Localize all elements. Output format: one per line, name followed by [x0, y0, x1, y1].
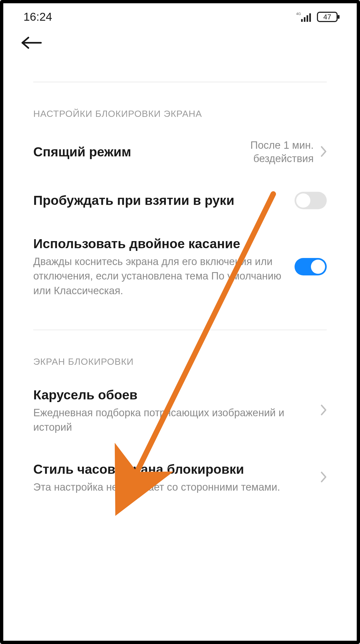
- row-double-tap-title: Использовать двойное касание: [33, 235, 289, 252]
- chevron-right-icon: [321, 472, 327, 484]
- toolbar: [3, 26, 357, 62]
- section-header-lock-screen: ЭКРАН БЛОКИРОВКИ: [33, 330, 327, 373]
- svg-rect-1: [301, 19, 303, 22]
- chevron-right-icon: [321, 146, 327, 158]
- chevron-right-icon: [321, 405, 327, 417]
- screen-frame: 16:24 4G 47: [0, 0, 360, 644]
- row-clock-style-desc: Эта настройка не работает со сторонними …: [33, 480, 315, 494]
- switch-double-tap[interactable]: [295, 258, 327, 275]
- row-wallpaper-carousel-title: Карусель обоев: [33, 387, 315, 403]
- row-wallpaper-carousel-desc: Ежедневная подборка потрясающих изображе…: [33, 406, 315, 435]
- status-time: 16:24: [23, 10, 52, 23]
- svg-rect-6: [338, 15, 340, 19]
- row-sleep-mode[interactable]: Спящий режим После 1 мин. бездействия: [33, 126, 327, 179]
- row-raise-to-wake[interactable]: Пробуждать при взятии в руки: [33, 179, 327, 222]
- row-sleep-mode-value: После 1 мин. бездействия: [250, 139, 314, 166]
- svg-rect-2: [304, 17, 305, 22]
- row-clock-style-text: Стиль часов экрана блокировки Эта настро…: [33, 461, 315, 495]
- switch-knob: [296, 193, 310, 208]
- row-clock-style[interactable]: Стиль часов экрана блокировки Эта настро…: [33, 448, 327, 508]
- svg-rect-4: [309, 13, 311, 22]
- row-sleep-mode-right: После 1 мин. бездействия: [250, 139, 327, 166]
- switch-knob: [311, 260, 325, 274]
- battery-indicator: 47: [317, 11, 340, 23]
- network-indicator: 4G: [296, 11, 313, 22]
- svg-text:4G: 4G: [296, 12, 301, 16]
- row-double-tap[interactable]: Использовать двойное касание Дважды косн…: [33, 222, 327, 311]
- svg-rect-3: [307, 15, 308, 22]
- row-raise-to-wake-text: Пробуждать при взятии в руки: [33, 192, 289, 209]
- back-button[interactable]: [20, 35, 340, 51]
- section-header-lock-settings: НАСТРОЙКИ БЛОКИРОВКИ ЭКРАНА: [33, 82, 327, 126]
- row-double-tap-text: Использовать двойное касание Дважды косн…: [33, 235, 289, 298]
- arrow-left-icon: [20, 35, 43, 50]
- row-clock-style-title: Стиль часов экрана блокировки: [33, 461, 315, 478]
- row-sleep-mode-title: Спящий режим: [33, 144, 245, 160]
- switch-raise-to-wake[interactable]: [295, 192, 327, 209]
- status-bar: 16:24 4G 47: [3, 3, 357, 26]
- row-sleep-mode-text: Спящий режим: [33, 144, 245, 160]
- row-wallpaper-carousel[interactable]: Карусель обоев Ежедневная подборка потря…: [33, 373, 327, 448]
- settings-content: НАСТРОЙКИ БЛОКИРОВКИ ЭКРАНА Спящий режим…: [3, 82, 357, 508]
- status-right: 4G 47: [296, 11, 340, 23]
- battery-percent-text: 47: [323, 13, 331, 21]
- row-wallpaper-carousel-text: Карусель обоев Ежедневная подборка потря…: [33, 387, 315, 435]
- row-double-tap-desc: Дважды коснитесь экрана для его включени…: [33, 254, 289, 298]
- row-raise-to-wake-title: Пробуждать при взятии в руки: [33, 192, 289, 209]
